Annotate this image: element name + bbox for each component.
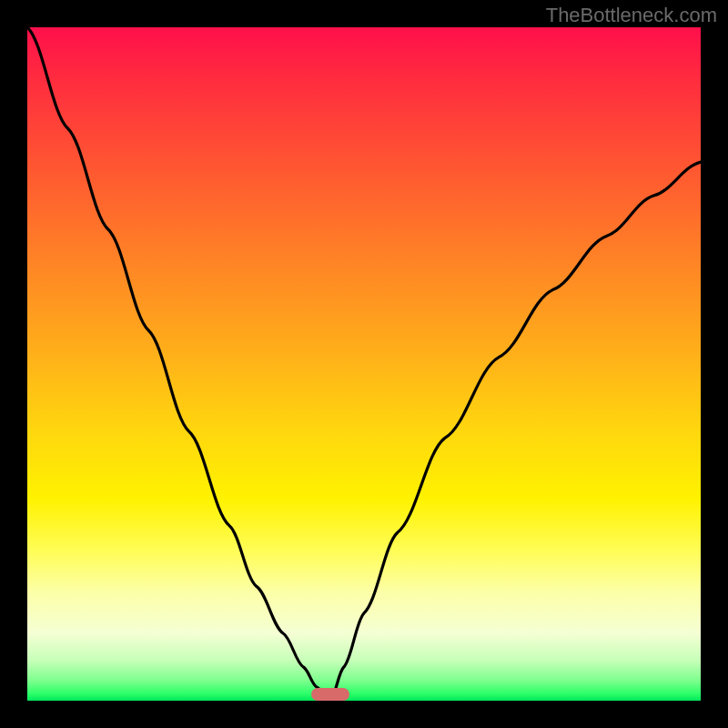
bottleneck-marker [311,688,349,701]
right-curve [330,162,701,701]
chart-frame: TheBottleneck.com [0,0,728,728]
watermark-text: TheBottleneck.com [546,4,717,27]
plot-area [27,27,701,701]
left-curve [27,27,330,701]
curves-svg [27,27,701,701]
